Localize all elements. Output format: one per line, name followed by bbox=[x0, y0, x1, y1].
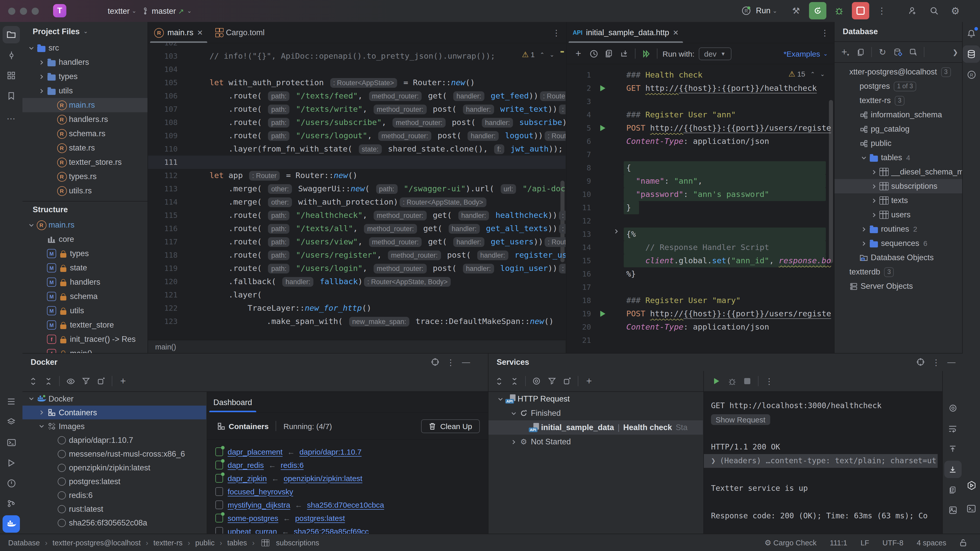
http-line[interactable]: 12 bbox=[566, 214, 834, 227]
http-line[interactable]: 4### Register User "ann" bbox=[566, 108, 834, 121]
window-controls[interactable] bbox=[8, 7, 43, 14]
docker-tree-row[interactable]: postgres:latest bbox=[22, 475, 206, 488]
code-line[interactable]: 106 .route( path: "/texts/feed", method_… bbox=[148, 89, 566, 103]
run-configuration-icon[interactable]: R bbox=[738, 2, 755, 19]
services-tree-row[interactable]: ⚙Not Started bbox=[488, 435, 703, 449]
terminal-icon[interactable] bbox=[963, 500, 980, 517]
run-request-icon[interactable] bbox=[600, 85, 605, 91]
container-row[interactable]: upbeat_curran←sha256:258a85cf69cc bbox=[215, 524, 480, 534]
code-line[interactable]: 109 .route( path: "/users/logout", metho… bbox=[148, 129, 566, 142]
more-icon[interactable]: … bbox=[3, 108, 20, 125]
breadcrumb[interactable]: main() bbox=[148, 340, 566, 353]
status-breadcrumb-item[interactable]: Database bbox=[8, 538, 40, 547]
container-row[interactable]: some-postgres←postgres:latest bbox=[215, 511, 480, 524]
new-tab-icon[interactable] bbox=[94, 374, 109, 388]
structure-tree-row[interactable]: Mutils bbox=[22, 303, 148, 318]
structure-tree-row[interactable]: Mschema bbox=[22, 289, 148, 303]
project-tree-row[interactable]: Rtextter_store.rs bbox=[22, 155, 148, 169]
fold-icon[interactable] bbox=[614, 229, 619, 234]
project-selector[interactable]: textter bbox=[108, 6, 130, 16]
rerun-button[interactable] bbox=[809, 2, 826, 19]
next-warning-icon[interactable]: ⌄ bbox=[820, 71, 825, 77]
code-line[interactable]: 107 .route( path: "/texts/write", method… bbox=[148, 103, 566, 116]
soft-wrap-icon[interactable] bbox=[944, 420, 961, 437]
structure-icon[interactable] bbox=[3, 67, 20, 84]
http-line[interactable]: 8{ bbox=[566, 161, 834, 175]
docker-tree-row[interactable]: messense/rust-musl-cross:x86_6 bbox=[22, 447, 206, 461]
scroll-to-end-icon[interactable] bbox=[944, 461, 961, 478]
tab-dashboard[interactable]: Dashboard bbox=[207, 392, 258, 412]
structure-tree-row[interactable]: finit_tracer() -> Res bbox=[22, 332, 148, 346]
layers-icon[interactable] bbox=[3, 413, 20, 430]
http-line[interactable]: 13{% bbox=[566, 227, 834, 241]
http-line[interactable]: 14 // Response Handler Script bbox=[566, 241, 834, 254]
project-tree-row[interactable]: Rstate.rs bbox=[22, 141, 148, 155]
project-tree-row[interactable]: Rhandlers.rs bbox=[22, 112, 148, 127]
code-line[interactable]: 114 .merge( other: with_auth_protection)… bbox=[148, 195, 566, 209]
terminal-icon[interactable] bbox=[3, 433, 20, 451]
image-link[interactable]: openzipkin/zipkin:latest bbox=[283, 474, 363, 483]
status-breadcrumb-item[interactable]: public bbox=[195, 538, 215, 547]
http-line[interactable]: 19POST http://{{host}}:{{port}}/users/re… bbox=[566, 307, 834, 321]
image-link[interactable]: postgres:latest bbox=[295, 513, 345, 522]
console-output[interactable]: GET http://localhost:3000/healthcheckSho… bbox=[704, 392, 943, 534]
http-inspection-widget[interactable]: ⚠ 15 ⌃ ⌄ bbox=[788, 69, 825, 79]
status-breadcrumb-item[interactable]: subscriptions bbox=[276, 538, 319, 547]
code-line[interactable]: 108 .route( path: "/users/subscribe", me… bbox=[148, 116, 566, 129]
structure-tree-row[interactable]: Mstate bbox=[22, 261, 148, 275]
datasource-properties-icon[interactable] bbox=[890, 45, 905, 59]
status-widget[interactable]: 111:1 bbox=[830, 538, 847, 547]
database-tree-row[interactable]: Database Objects bbox=[835, 251, 963, 265]
code-line[interactable]: 110 .layer(from_fn_with_state( state: sh… bbox=[148, 142, 566, 156]
code-line[interactable]: 112 let app : Router = Router::new() bbox=[148, 169, 566, 182]
http-line[interactable]: 3 bbox=[566, 95, 834, 108]
run-configuration-selector[interactable]: Run bbox=[756, 6, 770, 15]
view-options-icon[interactable] bbox=[63, 374, 78, 388]
open-log-icon[interactable] bbox=[617, 46, 632, 61]
project-tree-row[interactable]: Rtypes.rs bbox=[22, 169, 148, 184]
inspection-widget[interactable]: ⚠ 1 ⌃ ⌄ bbox=[522, 50, 554, 59]
project-tree-row[interactable]: Rmain.rs bbox=[22, 98, 148, 112]
container-row[interactable]: dapr_placement←daprio/dapr:1.10.7 bbox=[215, 445, 480, 458]
problems-icon[interactable] bbox=[3, 475, 20, 492]
structure-tree-row[interactable]: fmain() bbox=[22, 346, 148, 353]
database-tree-row[interactable]: tables4 bbox=[835, 151, 963, 165]
container-row[interactable]: dapr_zipkin←openzipkin/zipkin:latest bbox=[215, 472, 480, 485]
close-tab-icon[interactable]: ✕ bbox=[197, 29, 203, 37]
disconnect-icon[interactable] bbox=[905, 45, 921, 59]
build-hammer-icon[interactable]: ⚒ bbox=[788, 2, 805, 19]
database-tree-row[interactable]: users bbox=[835, 208, 963, 222]
commit-icon[interactable] bbox=[3, 46, 20, 64]
database-tree-row[interactable]: textterdb3 bbox=[835, 265, 963, 279]
structure-tree-row[interactable]: core bbox=[22, 232, 148, 246]
http-line[interactable]: 6Content-Type: application/json bbox=[566, 135, 834, 148]
database-tree-row[interactable]: routines2 bbox=[835, 222, 963, 236]
add-request-icon[interactable]: + bbox=[571, 46, 586, 61]
status-breadcrumb-item[interactable]: textter-postgres@localhost bbox=[52, 538, 141, 547]
run-all-requests-icon[interactable] bbox=[638, 46, 654, 61]
container-link[interactable]: some-postgres bbox=[228, 513, 278, 522]
image-link[interactable]: redis:6 bbox=[281, 460, 304, 469]
search-everywhere-icon[interactable] bbox=[925, 2, 942, 19]
more-actions-icon[interactable]: ⋮ bbox=[873, 2, 891, 19]
database-tree-row[interactable]: texts bbox=[835, 193, 963, 208]
tab-initial-sample-data[interactable]: API initial_sample_data.http ✕ bbox=[566, 22, 685, 43]
next-warning-icon[interactable]: ⌄ bbox=[550, 51, 554, 58]
http-line[interactable]: 7 bbox=[566, 148, 834, 161]
docker-options-icon[interactable]: ⋮ bbox=[447, 357, 455, 367]
container-link[interactable]: dapr_redis bbox=[228, 460, 264, 469]
code-line[interactable]: 102 bbox=[148, 43, 566, 49]
collapse-all-icon[interactable] bbox=[507, 374, 522, 388]
code-line[interactable]: 120 .fallback( handler: fallback): Route… bbox=[148, 275, 566, 288]
filter-icon[interactable] bbox=[78, 374, 94, 388]
status-breadcrumb-item[interactable]: textter-rs bbox=[153, 538, 183, 547]
settings-gear-icon[interactable]: ⚙ bbox=[947, 2, 964, 19]
code-line[interactable]: 115 .route( path: "/healthcheck", method… bbox=[148, 209, 566, 222]
code-line[interactable]: 119 .route( path: "/users/login", method… bbox=[148, 262, 566, 275]
http-line[interactable]: 2GET http://{{host}}:{{port}}/healthchec… bbox=[566, 82, 834, 95]
new-datasource-icon[interactable]: +▾ bbox=[838, 45, 853, 59]
filter-icon[interactable] bbox=[544, 374, 559, 388]
code-line[interactable]: 111 bbox=[148, 156, 566, 169]
image-link[interactable]: daprio/dapr:1.10.7 bbox=[299, 447, 362, 456]
database-tree-row[interactable]: subscriptions bbox=[835, 179, 963, 193]
